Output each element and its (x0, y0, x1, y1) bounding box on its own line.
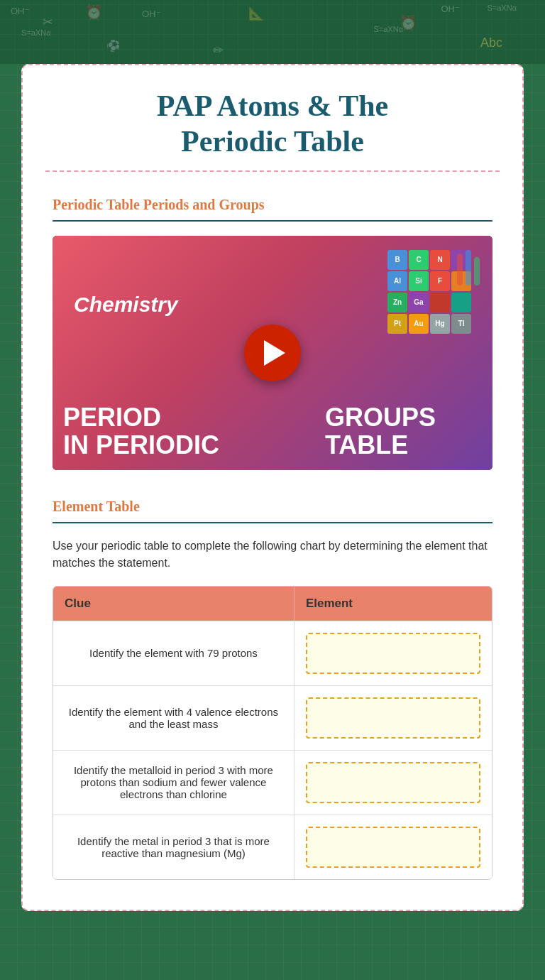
chalk-deco-formula1: S=aXNα (21, 28, 51, 37)
pt-cell-ga: Ga (409, 293, 429, 312)
pt-cell-f: F (430, 271, 450, 291)
element-table: Clue Element Identify the element with 7… (53, 586, 492, 880)
play-button[interactable] (244, 325, 301, 381)
answer-input-2[interactable] (306, 697, 480, 739)
pt-cell-tl: Tl (451, 314, 471, 334)
pt-cell-c: C (409, 250, 429, 270)
pt-cell-b: B (387, 250, 407, 270)
chalk-deco-scissors: ✂ (43, 14, 53, 30)
element-table-divider (53, 522, 492, 523)
element-table-heading: Element Table (53, 499, 492, 515)
header-banner: OH⁻ ✂ ⏰ OH⁻ S=aXNα ⚽ OH⁻ S=aXNα ⏰ Abc S=… (0, 0, 545, 64)
svg-rect-0 (457, 254, 463, 285)
chalk-deco-abc: Abc (480, 36, 502, 50)
answer-cell-3-wrapper (294, 750, 492, 815)
clue-column-header: Clue (53, 587, 294, 621)
element-column-header: Element (294, 587, 492, 621)
clue-cell-2: Identify the element with 4 valence elec… (53, 685, 294, 750)
test-tubes-deco (453, 246, 482, 306)
chalk-deco-book: 📐 (248, 6, 264, 21)
answer-cell-1-wrapper (294, 621, 492, 685)
chalk-deco-soccer: ⚽ (106, 39, 121, 53)
table-row: Identify the element with 4 valence elec… (53, 685, 492, 750)
svg-rect-2 (474, 257, 480, 285)
chalk-deco-formula3: S=aXNα (373, 25, 403, 33)
video-right-text: GROUPS TABLE (325, 403, 436, 459)
video-label-table: TABLE (325, 431, 436, 459)
clue-cell-3: Identify the metalloid in period 3 with … (53, 750, 294, 815)
clue-cell-4: Identify the metal in period 3 that is m… (53, 815, 294, 879)
clue-cell-1: Identify the element with 79 protons (53, 621, 294, 685)
video-bg: B C N Al Si F Zn Ga Pt Au Hg (53, 236, 492, 470)
main-content: Periodic Table Periods and Groups B C N … (31, 190, 514, 901)
chalk-deco-oh2: OH⁻ (142, 9, 161, 19)
answer-input-1[interactable] (306, 633, 480, 674)
page-title: PAP Atoms & The Periodic Table (31, 74, 514, 170)
chalk-deco-clock: ⏰ (85, 4, 103, 21)
answer-input-3[interactable] (306, 762, 480, 803)
video-label-periods: PERIOD (63, 403, 219, 432)
pt-cell-hg: Hg (430, 314, 450, 334)
chalk-deco-formula2: S=aXNα (487, 4, 517, 12)
table-row: Identify the metal in period 3 that is m… (53, 815, 492, 879)
video-section-divider (53, 220, 492, 222)
video-section-heading: Periodic Table Periods and Groups (53, 197, 492, 213)
card-wrapper: PAP Atoms & The Periodic Table Periodic … (21, 64, 524, 911)
instructions-text: Use your periodic table to complete the … (53, 538, 492, 572)
video-container[interactable]: B C N Al Si F Zn Ga Pt Au Hg (53, 236, 492, 470)
pt-cell-si: Si (409, 271, 429, 291)
pt-cell-zn: Zn (387, 293, 407, 312)
answer-input-4[interactable] (306, 827, 480, 868)
video-label-chemistry: Chemistry (74, 293, 178, 317)
table-row: Identify the metalloid in period 3 with … (53, 750, 492, 815)
video-label-in-periodic: IN PERIODIC (63, 431, 219, 459)
pt-cell-au: Au (409, 314, 429, 334)
title-divider (45, 170, 500, 172)
answer-cell-4-wrapper (294, 815, 492, 879)
play-icon (264, 340, 285, 366)
chalk-deco-1: OH⁻ (11, 6, 30, 16)
svg-rect-1 (466, 250, 471, 285)
table-header-row: Clue Element (53, 587, 492, 621)
pt-cell-e3 (430, 293, 450, 312)
pt-cell-pt: Pt (387, 314, 407, 334)
pt-cell-n: N (430, 250, 450, 270)
video-bottom-text: PERIOD IN PERIODIC (63, 403, 219, 459)
pt-cell-al: Al (387, 271, 407, 291)
chalk-deco-pencil: ✏ (213, 43, 224, 58)
answer-cell-2-wrapper (294, 685, 492, 750)
chalk-deco-oh3: OH⁻ (441, 4, 461, 14)
video-label-groups: GROUPS (325, 403, 436, 432)
table-row: Identify the element with 79 protons (53, 621, 492, 685)
